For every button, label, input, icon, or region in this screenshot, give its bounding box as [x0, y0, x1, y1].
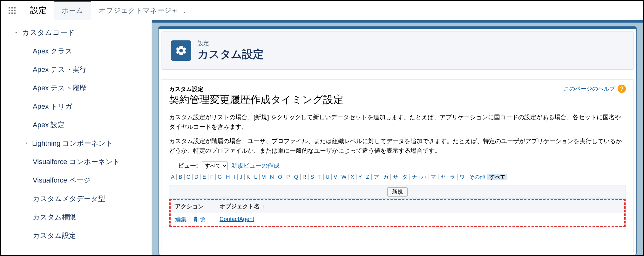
app-title: 設定: [23, 1, 54, 20]
sidebar-item-label: Visualforce コンポーネント: [33, 158, 120, 166]
alpha-letter[interactable]: ナ: [410, 174, 419, 180]
sidebar-item-custom-permissions[interactable]: カスタム権限: [1, 208, 152, 226]
header-crumb: 設定: [198, 39, 264, 47]
alpha-letter[interactable]: ハ: [419, 174, 429, 180]
description-1: カスタム設定がリストの場合、[新規] をクリックして新しいデータセットを追加しま…: [169, 113, 626, 132]
svg-rect-3: [9, 10, 10, 11]
sidebar-item-lightning-components[interactable]: Lightning コンポーネント: [1, 134, 152, 153]
alpha-letter[interactable]: Y: [356, 174, 364, 180]
sidebar-item-label: Apex 設定: [33, 121, 64, 129]
alpha-letter[interactable]: F: [208, 174, 216, 180]
alpha-letter[interactable]: L: [252, 174, 259, 180]
sidebar-item-vf-pages[interactable]: Visualforce ページ: [1, 171, 152, 190]
table-wrap: 新規 アクション オブジェクト名 ↑: [169, 185, 626, 227]
alpha-letter[interactable]: H: [224, 174, 232, 180]
page-title: カスタム設定: [198, 47, 264, 62]
alpha-letter[interactable]: I: [232, 174, 238, 180]
sidebar[interactable]: カスタムコード Apex クラス Apex テスト実行 Apex テスト履歴 A…: [1, 20, 152, 255]
sidebar-item-vf-components[interactable]: Visualforce コンポーネント: [1, 153, 152, 171]
highlight-box: アクション オブジェクト名 ↑: [169, 199, 626, 227]
divider: |: [188, 216, 192, 223]
help-icon: ?: [618, 85, 626, 93]
alpha-letter[interactable]: R: [301, 174, 308, 180]
app-launcher-icon[interactable]: [1, 1, 23, 20]
alpha-letter[interactable]: マ: [429, 174, 438, 180]
alpha-letter[interactable]: S: [308, 174, 316, 180]
sidebar-item-label: Apex テスト実行: [33, 66, 86, 73]
sidebar-parent-custom-code[interactable]: カスタムコード: [1, 23, 152, 42]
alpha-letter[interactable]: ラ: [448, 174, 458, 180]
sidebar-parent-label: カスタムコード: [22, 28, 75, 38]
svg-rect-7: [11, 12, 13, 14]
table-row: 編集 | 削除 ContactAgent: [171, 213, 624, 226]
chevron-down-icon: [14, 28, 19, 37]
sidebar-item-label: Apex トリガ: [33, 102, 72, 110]
alpha-letter[interactable]: ア: [372, 174, 381, 180]
view-row: ビュー: すべて 新規ビューの作成: [178, 162, 626, 170]
sidebar-item-label: カスタム権限: [33, 213, 76, 221]
alpha-letter[interactable]: D: [193, 174, 200, 180]
alpha-letter[interactable]: ワ: [458, 174, 467, 180]
gear-icon: [171, 40, 191, 61]
alpha-letter[interactable]: W: [339, 174, 349, 180]
content: このページのヘルプ ? カスタム設定 契約管理変更履歴作成タイミング設定 カスタ…: [161, 79, 634, 252]
sidebar-item-apex-test-history[interactable]: Apex テスト履歴: [1, 79, 152, 97]
sidebar-item-custom-metadata[interactable]: カスタムメタデータ型: [1, 190, 152, 208]
alpha-letter[interactable]: Q: [292, 174, 301, 180]
sidebar-item-apex-test-exec[interactable]: Apex テスト実行: [1, 60, 152, 79]
alpha-letter[interactable]: タ: [400, 174, 410, 180]
sidebar-item-label: Lightning コンポーネント: [32, 139, 113, 148]
help-link-label: このページのヘルプ: [564, 85, 615, 93]
alpha-all[interactable]: すべて: [487, 174, 507, 180]
svg-rect-5: [14, 10, 16, 11]
alpha-filter: ABCDEFGHIJKLMNOPQRSTUVWXYZアカサタナハマヤラワその他す…: [169, 173, 626, 181]
alpha-letter[interactable]: V: [332, 174, 339, 180]
sidebar-item-label: Visualforce ページ: [33, 176, 91, 184]
col-object-name[interactable]: オブジェクト名 ↑: [215, 200, 624, 213]
alpha-letter[interactable]: サ: [391, 174, 400, 180]
alpha-letter[interactable]: Z: [364, 174, 371, 180]
alpha-letter[interactable]: G: [216, 174, 224, 180]
alpha-letter[interactable]: ヤ: [438, 174, 448, 180]
sort-arrow-icon: ↑: [262, 204, 265, 209]
sidebar-item-label: カスタムメタデータ型: [33, 195, 105, 203]
edit-link[interactable]: 編集: [175, 216, 186, 223]
alpha-letter[interactable]: K: [245, 174, 252, 180]
alpha-other[interactable]: その他: [467, 174, 487, 180]
alpha-letter[interactable]: カ: [381, 174, 391, 180]
alpha-letter[interactable]: N: [268, 174, 276, 180]
object-name-link[interactable]: ContactAgent: [220, 216, 254, 222]
new-view-link[interactable]: 新規ビューの作成: [231, 162, 280, 170]
alpha-letter[interactable]: E: [200, 174, 208, 180]
svg-rect-0: [9, 7, 10, 8]
alpha-letter[interactable]: U: [324, 174, 332, 180]
topbar: 設定 ホーム オブジェクトマネージャ: [1, 1, 643, 20]
view-select[interactable]: すべて: [202, 162, 227, 170]
col-action[interactable]: アクション: [171, 200, 215, 213]
page-header: 設定 カスタム設定: [161, 31, 634, 70]
tab-home[interactable]: ホーム: [54, 1, 91, 20]
new-button[interactable]: 新規: [387, 187, 408, 197]
sidebar-item-apex-settings[interactable]: Apex 設定: [1, 116, 152, 134]
svg-rect-2: [14, 7, 16, 8]
svg-rect-4: [11, 10, 13, 11]
alpha-letter[interactable]: A: [169, 174, 177, 180]
sidebar-item-label: Apex テスト履歴: [33, 84, 86, 92]
delete-link[interactable]: 削除: [194, 216, 205, 223]
help-link[interactable]: このページのヘルプ ?: [564, 85, 626, 93]
alpha-letter[interactable]: M: [260, 174, 268, 180]
sidebar-item-custom-settings[interactable]: カスタム設定: [1, 226, 152, 245]
section-title: 契約管理変更履歴作成タイミング設定: [169, 93, 626, 107]
tab-object-manager[interactable]: オブジェクトマネージャ: [91, 1, 194, 20]
section-crumb: カスタム設定: [169, 85, 626, 93]
alpha-letter[interactable]: T: [316, 174, 323, 180]
alpha-letter[interactable]: P: [284, 174, 292, 180]
alpha-letter[interactable]: X: [349, 174, 356, 180]
alpha-letter[interactable]: B: [177, 174, 184, 180]
sidebar-item-apex-classes[interactable]: Apex クラス: [1, 42, 152, 60]
alpha-letter[interactable]: J: [238, 174, 245, 180]
chevron-down-icon: [182, 8, 186, 13]
sidebar-item-apex-triggers[interactable]: Apex トリガ: [1, 97, 152, 116]
alpha-letter[interactable]: O: [276, 174, 284, 180]
alpha-letter[interactable]: C: [185, 174, 193, 180]
